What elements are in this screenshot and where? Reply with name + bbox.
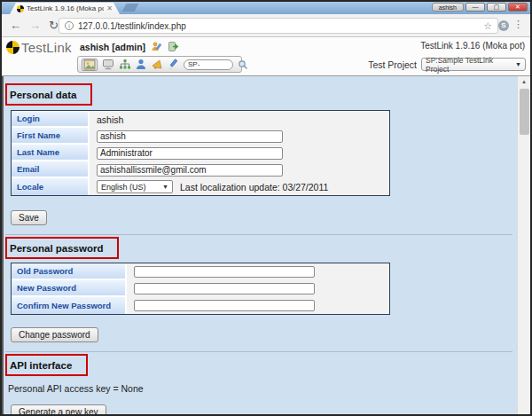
scrollbar-up-icon[interactable]: ▲ [518,76,530,88]
minimize-button[interactable]: — [466,3,485,12]
annotation-box-personal-data: Personal data [5,83,92,106]
generate-key-button[interactable]: Generate a new key [11,404,106,416]
testlink-logo-icon [6,41,20,54]
first-name-field[interactable] [97,130,283,143]
test-project-value: SP:Sample TestLink Project [426,56,515,74]
api-interface-title: API interface [10,360,72,371]
logged-user-label: ashish [admin] [80,42,145,52]
bookmark-star-icon[interactable]: ☆ [483,20,492,32]
confirm-new-password-label: Confirm New Password [12,297,127,314]
tab-close-icon[interactable]: ✕ [106,5,113,12]
annotation-box-api-interface: API interface [5,354,88,376]
pencil-icon[interactable] [168,59,179,70]
personal-data-title: Personal data [10,90,76,100]
site-info-icon[interactable]: i [65,21,74,30]
email-label: Email [12,161,90,178]
login-label: Login [12,111,90,128]
old-password-field[interactable] [134,266,315,278]
user-icon[interactable] [136,59,146,70]
table-row: Old Password [12,263,389,280]
testlink-favicon-icon [17,5,24,12]
forward-icon[interactable]: → [29,20,41,31]
locale-label: Locale [12,178,90,195]
personal-password-table: Old Password New Password Confirm New Pa… [11,263,390,315]
maximize-button[interactable]: ▢ [487,3,506,12]
api-key-text: Personal API access key = None [8,383,512,394]
sitemap-icon[interactable] [119,59,131,70]
testlink-logo: TestLink [6,40,72,55]
confirm-new-password-field[interactable] [134,300,315,311]
table-row: Locale English (US) ▼ Last localization … [12,178,389,195]
extension-icon[interactable]: S [498,20,509,31]
monitor-icon[interactable] [102,59,114,70]
table-row: Confirm New Password [12,297,389,314]
browser-toolbar: ← → ↻ i 127.0.0.1/testlink/index.php ☆ S… [2,14,530,37]
edit-account-icon[interactable] [151,41,162,52]
chevron-down-icon: ▼ [515,61,521,67]
test-project-select[interactable]: SP:Sample TestLink Project ▼ [421,58,526,71]
locale-value: English (US) [101,183,146,192]
browser-window: TestLink 1.9.16 (Moka po ✕ ashish — ▢ ✕ … [0,0,532,416]
change-password-button[interactable]: Change password [11,327,98,342]
last-name-label: Last Name [12,145,90,161]
content-scrollbar[interactable]: ▲ [517,76,530,416]
search-input[interactable] [184,59,233,70]
table-row: New Password [12,280,389,297]
new-tab-button[interactable] [122,4,139,12]
table-row: First Name [12,128,389,145]
table-row: Last Name [12,145,389,161]
tab-title: TestLink 1.9.16 (Moka po [27,4,104,12]
table-row: Login ashish [12,111,389,128]
search-icon[interactable] [238,59,248,70]
save-button[interactable]: Save [11,210,47,225]
session-badge: ashish [432,3,464,12]
new-password-label: New Password [12,280,127,297]
first-name-label: First Name [12,128,90,145]
section-divider [5,351,512,352]
chevron-down-icon: ▼ [162,184,168,190]
desktop-home-icon[interactable] [82,59,98,71]
personal-password-title: Personal password [10,243,103,254]
new-password-field[interactable] [134,283,315,294]
main-toolbar [77,56,242,73]
logout-icon[interactable] [168,41,179,52]
address-bar[interactable]: i 127.0.0.1/testlink/index.php ☆ [59,18,498,34]
url-text[interactable]: 127.0.0.1/testlink/index.php [78,21,479,31]
test-project-label: Test Project [368,59,417,70]
locale-select[interactable]: English (US) ▼ [97,180,173,193]
old-password-label: Old Password [12,263,127,280]
annotation-box-personal-password: Personal password [5,237,119,259]
testlink-header: TestLink ashish [admin] TestLink 1.9.16 … [2,37,530,76]
tab-strip: TestLink 1.9.16 (Moka po ✕ ashish — ▢ ✕ [2,2,530,14]
close-button[interactable]: ✕ [508,3,528,12]
megaphone-icon[interactable] [151,59,163,70]
account-settings-page: Personal data Login ashish First Name La… [2,76,530,416]
version-label: TestLink 1.9.16 (Moka pot) [420,41,525,51]
email-field[interactable] [97,164,283,177]
scrollbar-thumb[interactable] [520,89,529,135]
table-row: Email [12,161,389,178]
browser-tab[interactable]: TestLink 1.9.16 (Moka po ✕ [10,3,120,14]
login-value: ashish [97,114,123,125]
section-divider [5,234,512,235]
back-icon[interactable]: ← [10,20,21,31]
testlink-logo-text: TestLink [21,40,72,55]
reload-icon[interactable]: ↻ [49,20,59,31]
browser-menu-icon[interactable]: ⋮ [513,19,523,30]
last-name-field[interactable] [97,147,283,160]
personal-data-table: Login ashish First Name Last Name Email … [11,110,390,196]
localization-note: Last localization update: 03/27/2011 [180,182,328,192]
